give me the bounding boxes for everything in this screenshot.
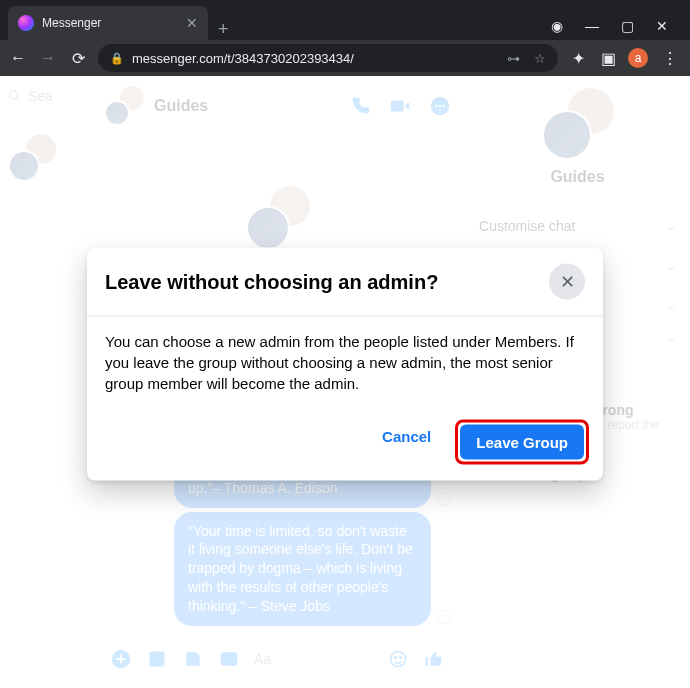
browser-tab[interactable]: Messenger ✕ (8, 6, 208, 40)
reload-button[interactable]: ⟳ (68, 49, 88, 68)
key-icon[interactable]: ⊶ (507, 51, 520, 66)
modal-title: Leave without choosing an admin? (105, 270, 438, 293)
back-button[interactable]: ← (8, 49, 28, 67)
highlight-annotation: Leave Group (455, 420, 589, 465)
address-bar[interactable]: 🔒 messenger.com/t/3843730202393434/ ⊶ ☆ (98, 44, 558, 72)
bookmark-star-icon[interactable]: ☆ (534, 51, 546, 66)
cancel-button[interactable]: Cancel (368, 420, 445, 465)
profile-avatar[interactable]: a (628, 48, 648, 68)
close-tab-icon[interactable]: ✕ (186, 15, 198, 31)
leave-admin-modal: Leave without choosing an admin? ✕ You c… (87, 248, 603, 481)
incognito-icon: ◉ (551, 18, 563, 34)
modal-body: You can choose a new admin from the peop… (87, 317, 603, 408)
maximize-icon[interactable]: ▢ (621, 18, 634, 34)
new-tab-button[interactable]: + (208, 19, 239, 40)
close-modal-button[interactable]: ✕ (549, 264, 585, 300)
close-window-icon[interactable]: ✕ (656, 18, 668, 34)
lock-icon: 🔒 (110, 52, 124, 65)
minimize-icon[interactable]: — (585, 18, 599, 34)
browser-chrome: Messenger ✕ + ◉ — ▢ ✕ ← → ⟳ 🔒 messenger.… (0, 0, 690, 76)
browser-toolbar: ← → ⟳ 🔒 messenger.com/t/3843730202393434… (0, 40, 690, 76)
tab-title: Messenger (42, 16, 101, 30)
cast-icon[interactable]: ▣ (598, 49, 618, 68)
url-text: messenger.com/t/3843730202393434/ (132, 51, 354, 66)
extensions-icon[interactable]: ✦ (568, 49, 588, 68)
leave-group-button[interactable]: Leave Group (460, 425, 584, 460)
browser-menu-icon[interactable]: ⋮ (658, 49, 682, 68)
messenger-favicon (18, 15, 34, 31)
window-controls: ◉ — ▢ ✕ (551, 18, 682, 40)
forward-button: → (38, 49, 58, 67)
tab-strip: Messenger ✕ + ◉ — ▢ ✕ (0, 0, 690, 40)
